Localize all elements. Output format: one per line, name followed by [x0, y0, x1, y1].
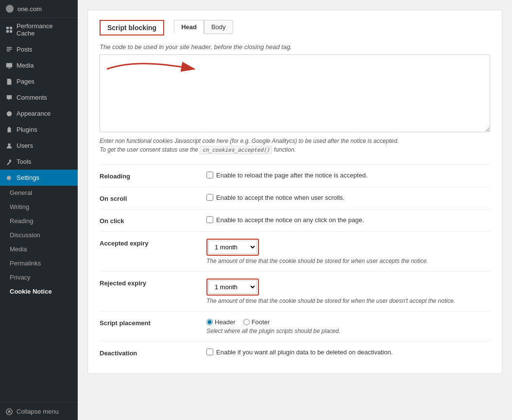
pages-icon — [6, 78, 13, 85]
sidebar-label-performance-cache: Performance Cache — [17, 22, 72, 37]
collapse-menu[interactable]: Collapse menu — [0, 402, 78, 420]
sidebar-sub-permalinks[interactable]: Permalinks — [0, 256, 78, 270]
hint-accepted-expiry: The amount of time that the cookie shoul… — [206, 258, 490, 264]
accepted-expiry-wrapper: 1 month 2 months 3 months 6 months 1 yea… — [206, 239, 259, 256]
code-description: The code to be used in your site header,… — [100, 43, 490, 51]
svg-rect-2 — [6, 30, 9, 33]
site-logo[interactable]: one.com — [0, 0, 78, 18]
arrow-container — [100, 54, 490, 134]
sidebar-label-appearance: Appearance — [17, 110, 51, 117]
sidebar-sub-writing[interactable]: Writing — [0, 200, 78, 214]
sidebar-item-plugins[interactable]: Plugins — [0, 122, 78, 138]
sidebar-sub-general[interactable]: General — [0, 186, 78, 200]
sidebar-sub-reading[interactable]: Reading — [0, 214, 78, 228]
svg-rect-4 — [6, 63, 12, 67]
sidebar-label-posts: Posts — [17, 46, 33, 53]
label-accepted-expiry: Accepted expiry — [100, 239, 197, 247]
label-rejected-expiry: Rejected expiry — [100, 279, 197, 287]
accepted-expiry-select[interactable]: 1 month 2 months 3 months 6 months 1 yea… — [208, 241, 257, 254]
section-header: Script blocking Head Body — [100, 20, 490, 35]
control-on-scroll: Enable to accept the notice when user sc… — [206, 194, 490, 201]
checkbox-on-click[interactable] — [206, 216, 213, 223]
appearance-icon — [6, 110, 13, 117]
setting-accepted-expiry: Accepted expiry 1 month 2 months 3 month… — [100, 231, 490, 271]
sidebar-item-posts[interactable]: Posts — [0, 41, 78, 57]
radio-group-placement: Header Footer — [206, 318, 490, 326]
sidebar-item-performance-cache[interactable]: Performance Cache — [0, 18, 78, 41]
sidebar-sub-privacy[interactable]: Privacy — [0, 270, 78, 284]
setting-script-placement: Script placement Header Footer Select wh… — [100, 311, 490, 341]
checkbox-reloading-label[interactable]: Enable to reload the page after the noti… — [206, 172, 490, 179]
setting-on-scroll: On scroll Enable to accept the notice wh… — [100, 187, 490, 209]
svg-point-6 — [8, 143, 10, 145]
radio-header-text: Header — [215, 318, 236, 326]
sidebar-item-media[interactable]: Media — [0, 57, 78, 73]
code-function: cn_cookies_accepted() — [200, 146, 272, 154]
sidebar-label-media: Media — [17, 62, 34, 69]
sidebar-submenu: General Writing Reading Discussion Media… — [0, 186, 78, 298]
radio-header-label[interactable]: Header — [206, 318, 236, 326]
tools-icon — [6, 158, 13, 165]
svg-rect-3 — [10, 30, 12, 33]
radio-footer-label[interactable]: Footer — [243, 318, 270, 326]
sidebar-label-users: Users — [17, 142, 33, 149]
sidebar-label-tools: Tools — [17, 158, 31, 165]
tab-body[interactable]: Body — [204, 20, 233, 34]
collapse-icon — [6, 408, 13, 415]
setting-reloading: Reloading Enable to reload the page afte… — [100, 164, 490, 187]
sidebar-label-pages: Pages — [17, 78, 34, 85]
tab-head[interactable]: Head — [174, 20, 204, 34]
label-on-click: On click — [100, 216, 197, 225]
sidebar-item-users[interactable]: Users — [0, 138, 78, 154]
tabs-container: Head Body — [174, 20, 233, 34]
label-deactivation: Deactivation — [100, 349, 197, 357]
sidebar-item-tools[interactable]: Tools — [0, 154, 78, 170]
sidebar-item-settings[interactable]: Settings — [0, 170, 78, 186]
label-reloading: Reloading — [100, 172, 197, 180]
radio-header[interactable] — [206, 319, 213, 325]
collapse-label: Collapse menu — [17, 408, 59, 415]
control-deactivation: Enable if you want all plugin data to be… — [206, 349, 490, 356]
control-accepted-expiry: 1 month 2 months 3 months 6 months 1 yea… — [206, 239, 490, 264]
sidebar-item-comments[interactable]: Comments — [0, 89, 78, 105]
settings-section: Reloading Enable to reload the page afte… — [100, 164, 490, 364]
setting-on-click: On click Enable to accept the notice on … — [100, 209, 490, 231]
sidebar-label-comments: Comments — [17, 94, 47, 101]
posts-icon — [6, 46, 13, 53]
content-wrapper: Script blocking Head Body The code to be… — [87, 10, 502, 374]
setting-deactivation: Deactivation Enable if you want all plug… — [100, 341, 490, 364]
settings-icon — [6, 175, 13, 181]
plugins-icon — [6, 126, 13, 133]
sidebar: one.com Performance Cache Posts Media Pa… — [0, 0, 78, 420]
rejected-expiry-wrapper: 1 month 2 months 3 months 6 months 1 yea… — [206, 279, 259, 296]
checkbox-on-scroll-label[interactable]: Enable to accept the notice when user sc… — [206, 194, 490, 201]
radio-footer-text: Footer — [252, 318, 270, 326]
sidebar-sub-discussion[interactable]: Discussion — [0, 228, 78, 242]
control-script-placement: Header Footer Select where all the plugi… — [206, 318, 490, 334]
control-reloading: Enable to reload the page after the noti… — [206, 172, 490, 179]
label-on-scroll: On scroll — [100, 194, 197, 202]
section-title: Script blocking — [107, 24, 156, 32]
checkbox-on-click-label[interactable]: Enable to accept the notice on any click… — [206, 216, 490, 224]
setting-rejected-expiry: Rejected expiry 1 month 2 months 3 month… — [100, 271, 490, 311]
sidebar-sub-cookie-notice[interactable]: Cookie Notice — [0, 284, 78, 298]
rejected-expiry-select[interactable]: 1 month 2 months 3 months 6 months 1 yea… — [208, 280, 257, 294]
tabs: Head Body — [174, 20, 233, 34]
radio-footer[interactable] — [243, 319, 250, 325]
users-icon — [6, 142, 13, 149]
hint-rejected-expiry: The amount of time that the cookie shoul… — [206, 298, 490, 304]
sidebar-item-pages[interactable]: Pages — [0, 73, 78, 89]
site-name: one.com — [17, 5, 42, 13]
sidebar-sub-media[interactable]: Media — [0, 242, 78, 256]
checkbox-reloading[interactable] — [206, 172, 213, 178]
checkbox-deactivation-label[interactable]: Enable if you want all plugin data to be… — [206, 349, 490, 356]
grid-icon — [6, 26, 13, 33]
media-icon — [6, 62, 13, 69]
sidebar-item-appearance[interactable]: Appearance — [0, 105, 78, 122]
code-hint: Enter non functional cookies Javascript … — [100, 137, 490, 155]
code-section: The code to be used in your site header,… — [100, 43, 490, 155]
checkbox-deactivation[interactable] — [206, 349, 213, 355]
red-arrow — [104, 59, 202, 79]
checkbox-on-scroll[interactable] — [206, 194, 213, 201]
logo-icon — [6, 5, 14, 13]
